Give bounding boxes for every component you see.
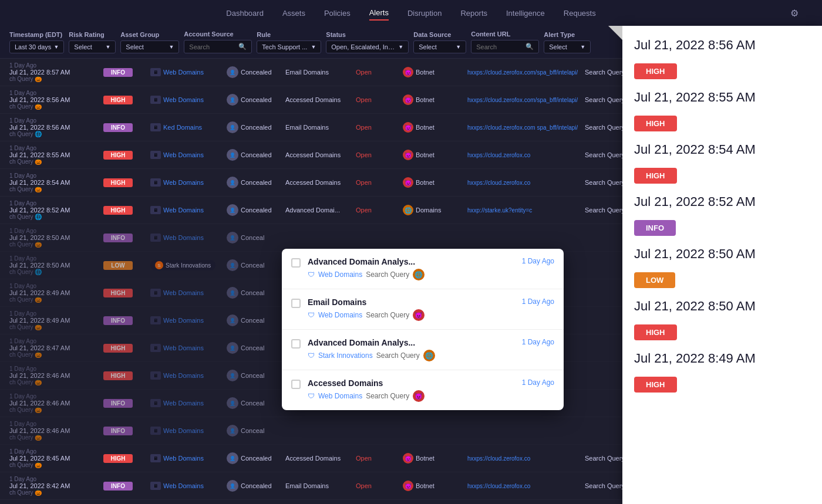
- monitor-icon: 🖥: [150, 427, 161, 435]
- account-source-search[interactable]: 🔍: [184, 40, 252, 53]
- panel-risk-badge: LOW: [634, 272, 675, 288]
- risk-badge: HIGH: [103, 151, 133, 160]
- cell-status: Open: [356, 179, 403, 186]
- popup-checkbox[interactable]: [291, 380, 301, 389]
- nav-policies[interactable]: Policies: [324, 6, 351, 20]
- asset-group-name: Web Domains: [163, 400, 204, 407]
- content-url-label: Content URL: [471, 31, 539, 38]
- cell-datasource: 😈 Botnet: [403, 67, 467, 77]
- datasource-name: Botnet: [416, 124, 434, 131]
- status-value: Open: [356, 455, 372, 462]
- popup-item[interactable]: Advanced Domain Analys... 🛡 Web Domains …: [282, 249, 564, 289]
- popup-item[interactable]: Accessed Domains 🛡 Web Domains Search Qu…: [282, 370, 564, 410]
- risk-rating-label: Risk Rating: [69, 31, 116, 38]
- popup-checkbox[interactable]: [291, 299, 301, 308]
- nav-dashboard[interactable]: Dashboard: [226, 6, 264, 20]
- nav-assets[interactable]: Assets: [282, 6, 305, 20]
- risk-badge: INFO: [103, 399, 133, 408]
- url-value[interactable]: hxxps://cloud.zerofox.com/spa_bff/intela…: [467, 69, 578, 76]
- time-ago: 1 Day Ago: [9, 145, 70, 151]
- popup-title: Advanced Domain Analys...: [308, 257, 515, 266]
- popup-checkbox[interactable]: [291, 339, 301, 349]
- account-name: Concealed: [241, 69, 272, 76]
- cell-account: 👤 Concealed: [227, 204, 285, 216]
- account-name: Conceal: [241, 289, 264, 296]
- popup-meta: 🛡 Web Domains Search Query 😈: [308, 309, 515, 321]
- url-value[interactable]: hxxps://cloud.zerofox.com spa_bff/intela…: [467, 124, 578, 131]
- cell-assetgroup: 🖥 Web Domains: [150, 206, 227, 214]
- asset-group-name: Web Domains: [163, 317, 204, 324]
- rule-name: Accessed Domains: [285, 96, 341, 103]
- alert-type-select[interactable]: Select ▼: [544, 40, 591, 53]
- popup-item[interactable]: Email Domains 🛡 Web Domains Search Query…: [282, 289, 564, 330]
- nav-requests[interactable]: Requests: [564, 6, 596, 20]
- account-name: Concealed: [241, 207, 272, 214]
- popup-item[interactable]: Advanced Domain Analys... 🛡 Stark Innova…: [282, 330, 564, 370]
- time-ago: 1 Day Ago: [9, 62, 70, 69]
- url-value[interactable]: hxxps://cloud.zerofox.com/spa_bff/intela…: [467, 97, 578, 103]
- gear-icon[interactable]: ⚙: [790, 8, 799, 19]
- url-value[interactable]: hxxps://cloud.zerofox.co: [467, 455, 530, 462]
- asset-group-select[interactable]: Select ▼: [120, 40, 179, 53]
- monitor-icon: 🖥: [150, 482, 161, 490]
- side-panel-entry: Jul 21, 2022 8:50 AM: [634, 246, 810, 266]
- risk-badge: INFO: [103, 123, 133, 132]
- popup-checkbox[interactable]: [291, 258, 301, 268]
- account-name: Concealed: [241, 151, 272, 158]
- nav-reports[interactable]: Reports: [460, 6, 487, 20]
- query-label: ch Query 🎃: [9, 462, 70, 468]
- domains-icon: 🌐: [403, 205, 413, 215]
- risk-rating-select[interactable]: Select ▼: [69, 40, 116, 53]
- rule-name: Accessed Domains: [285, 151, 341, 158]
- cell-account: 👤 Concealed: [227, 94, 285, 106]
- risk-badge: HIGH: [103, 96, 133, 104]
- url-value[interactable]: hxxps://cloud.zerofox.co: [467, 152, 530, 158]
- popup-asset-name: Web Domains: [318, 270, 362, 279]
- nav-alerts[interactable]: Alerts: [369, 6, 389, 21]
- popup-asset-name: Web Domains: [318, 311, 362, 319]
- avatar: 👤: [227, 425, 238, 437]
- data-source-filter: Data Source Select ▼: [413, 31, 466, 53]
- nav-intelligence[interactable]: Intelligence: [506, 6, 545, 20]
- stark-innovations-badge: S Stark Innovations: [150, 260, 215, 270]
- nav-disruption[interactable]: Disruption: [407, 6, 442, 20]
- panel-timestamp: Jul 21, 2022 8:56 AM: [634, 38, 756, 53]
- risk-badge: INFO: [103, 68, 133, 77]
- monitor-icon: 🖥: [150, 454, 161, 462]
- url-value[interactable]: hxxps://cloud.zerofox.co: [467, 180, 530, 186]
- time-ago: 1 Day Ago: [9, 117, 70, 124]
- cell-datasource: 😈 Botnet: [403, 453, 467, 464]
- rule-name: Accessed Domains: [285, 455, 341, 462]
- url-value[interactable]: hxxps://cloud.zerofox.co: [467, 483, 530, 489]
- cell-rule: Accessed Domains: [285, 455, 356, 462]
- side-panel-entry: Jul 21, 2022 8:50 AM: [634, 299, 810, 319]
- cell-account: 👤 Conceal: [227, 342, 285, 354]
- status-select[interactable]: Open, Escalated, Inv... ▼: [326, 40, 409, 53]
- rule-select[interactable]: Tech Support ... ▼: [257, 40, 321, 53]
- rule-name: Advanced Domai...: [285, 207, 340, 214]
- cell-assetgroup: S Stark Innovations: [150, 260, 227, 270]
- popup-meta: 🛡 Web Domains Search Query 🌐: [308, 269, 515, 280]
- data-source-select[interactable]: Select ▼: [413, 40, 466, 53]
- side-panel-entry: Jul 21, 2022 8:56 AM: [634, 38, 810, 57]
- time-ago: 1 Day Ago: [9, 338, 70, 344]
- account-source-input[interactable]: [189, 43, 236, 50]
- cell-account: 👤 Conceal: [227, 287, 285, 299]
- corner-fold: [608, 26, 622, 40]
- panel-risk-badge: HIGH: [634, 168, 677, 184]
- url-value[interactable]: hxxp://starke.uk?entity=c: [467, 207, 532, 214]
- monitor-icon: 🖥: [150, 96, 161, 104]
- cell-timestamp: 1 Day Ago Jul 21, 2022 8:46 AM ch Query …: [9, 393, 103, 413]
- time-ago: 1 Day Ago: [9, 283, 70, 289]
- timestamp-value: Jul 21, 2022 8:52 AM: [9, 207, 70, 214]
- globe-icon: 🌐: [423, 350, 435, 361]
- account-name: Conceal: [241, 427, 264, 434]
- status-value: Open: [356, 96, 372, 103]
- timestamp-select[interactable]: Last 30 days ▼: [9, 40, 64, 53]
- content-url-search[interactable]: 🔍: [471, 40, 539, 53]
- risk-badge: INFO: [103, 427, 133, 435]
- query-label: ch Query 🎃: [9, 351, 70, 358]
- content-url-input[interactable]: [476, 43, 523, 50]
- asset-group-name: Web Domains: [163, 344, 204, 351]
- cell-timestamp: 1 Day Ago Jul 21, 2022 8:49 AM ch Query …: [9, 283, 103, 303]
